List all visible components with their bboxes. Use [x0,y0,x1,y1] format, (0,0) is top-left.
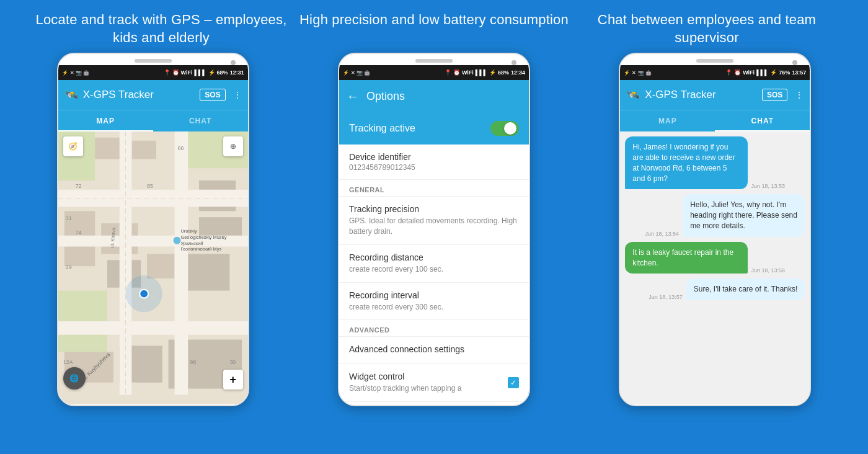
sos-button-3[interactable]: SOS [762,89,787,101]
clock-icon: ⏰ [172,69,179,76]
option-title-interval: Recording interval [349,290,519,300]
layer-button[interactable]: 🌐 [63,367,86,389]
option-title-distance: Recording distance [349,252,519,262]
svg-text:66: 66 [177,145,184,151]
phone-speaker-3 [696,59,733,63]
options-title: Options [366,90,405,103]
usb-icon-3: ⚡ [624,70,630,76]
wifi-icon: WiFi [181,69,193,76]
status-icons-1: ⚡ ✕ 📷 🤖 [62,70,89,76]
panel2-heading: High precision and low battery consumpti… [299,11,569,47]
option-recording-distance[interactable]: Recording distance create record every 1… [339,245,529,283]
signal-icons: ✕ 📷 🤖 [70,70,89,76]
option-subtitle-precision: GPS. Ideal for detailed movements record… [349,216,519,237]
status-bar-2: ⚡ ✕ 📷 🤖 📍 ⏰ WiFi ▌▌▌ ⚡ 68% 12:34 [339,65,529,80]
more-icon-1[interactable]: ⋮ [233,90,242,100]
battery-icon-2: ⚡ [489,69,496,76]
locate-button[interactable]: ⊕ [223,136,243,156]
svg-rect-11 [64,245,95,267]
svg-text:98: 98 [190,359,196,365]
svg-text:72: 72 [75,183,81,189]
option-title-precision: Tracking precision [349,204,519,214]
phone-top-decoration-2 [339,54,529,65]
usb-icon: ⚡ [62,70,68,76]
status-bar-3: ⚡ ✕ 📷 🤖 📍 ⏰ WiFi ▌▌▌ ⚡ 76% 13:57 [620,65,810,80]
phone-camera-3 [792,60,797,65]
option-title-widget: Widget control [349,372,461,381]
signal-bar-3: ▌▌▌ [756,69,768,76]
phone-map: ⚡ ✕ 📷 🤖 📍 ⏰ WiFi ▌▌▌ ⚡ 68% 12:31 🛰️ X-G [57,53,249,406]
status-icons-3: ⚡ ✕ 📷 🤖 [624,70,651,76]
more-icon-3[interactable]: ⋮ [795,90,804,100]
tracking-label: Tracking active [349,123,415,134]
top-bar: Locate and track with GPS – employees, k… [0,0,868,53]
option-widget-control[interactable]: Widget control Start/stop tracking when … [339,364,529,402]
chat-time-2: Jun 18, 13:54 [645,231,680,237]
svg-rect-13 [147,254,174,278]
advanced-section-header: ADVANCED [339,320,529,337]
phone-top-decoration-3 [620,54,810,65]
panel2-wrapper: ⚡ ✕ 📷 🤖 📍 ⏰ WiFi ▌▌▌ ⚡ 68% 12:34 ← Optio… [299,53,568,406]
app-title-1: X-GPS Tracker [83,89,154,101]
sos-button-1[interactable]: SOS [200,89,225,101]
app-header-3: 🛰️ X-GPS Tracker SOS ⋮ [620,80,810,110]
signal-icons-3: ✕ 📷 🤖 [632,70,651,76]
phone-chat: ⚡ ✕ 📷 🤖 📍 ⏰ WiFi ▌▌▌ ⚡ 76% 13:57 🛰️ X-G [619,53,811,406]
phone-camera [231,60,236,65]
option-tracking-precision[interactable]: Tracking precision GPS. Ideal for detail… [339,197,529,245]
toggle-knob [504,122,516,135]
option-subtitle-interval: create record every 300 sec. [349,302,519,313]
svg-text:Уральский: Уральский [180,241,203,246]
device-id-title: Device identifier [349,152,519,162]
tabs-1: MAP CHAT [58,110,248,131]
panel1-heading: Locate and track with GPS – employees, k… [26,11,296,47]
chat-time-3: Jun 18, 13:56 [751,267,786,274]
panel3-heading: Chat between employees and team supervis… [572,11,842,47]
clock-icon-2: ⏰ [453,69,460,76]
chat-body: Hi, James! I wondering if you are able t… [620,131,810,404]
time-2: 12:34 [511,69,525,76]
chat-time-1: Jun 18, 13:53 [751,183,786,189]
device-id-value: 0123456789012345 [349,163,519,172]
svg-rect-5 [131,141,156,159]
tab-map-3[interactable]: MAP [620,110,715,131]
chat-msg-1: Hi, James! I wondering if you are able t… [625,136,805,189]
panel1-wrapper: ⚡ ✕ 📷 🤖 📍 ⏰ WiFi ▌▌▌ ⚡ 68% 12:31 🛰️ X-G [19,53,287,406]
compass-button[interactable]: 🧭 [63,136,83,156]
tabs-3: MAP CHAT [620,110,810,131]
app-header-1: 🛰️ X-GPS Tracker SOS ⋮ [58,80,248,110]
gps-icon-2: 📍 [445,69,451,76]
battery-icon-3: ⚡ [770,69,777,76]
tab-chat-3[interactable]: CHAT [715,110,810,131]
option-advanced-connection[interactable]: Advanced connection settings [339,337,529,364]
battery-pct-2: 68% [498,69,509,76]
option-title-advanced-conn: Advanced connection settings [349,344,519,354]
widget-checkbox[interactable]: ✓ [508,377,519,388]
map-area: ul. Kuybysheva ul. Kirova 72 74 85 31 29… [58,131,248,404]
wifi-icon-2: WiFi [462,69,474,76]
svg-text:74: 74 [75,229,81,236]
svg-text:29: 29 [66,264,72,270]
signal-bar: ▌▌▌ [194,69,206,76]
status-info-3: 📍 ⏰ WiFi ▌▌▌ ⚡ 76% 13:57 [725,69,806,76]
svg-text:31: 31 [66,215,72,221]
chat-msg-2: Hello, Julie! Yes, why not. I'm heading … [625,194,805,236]
tab-map-1[interactable]: MAP [58,110,153,131]
time-3: 13:57 [792,69,806,76]
status-info-1: 📍 ⏰ WiFi ▌▌▌ ⚡ 68% 12:31 [164,69,244,76]
device-id-section: Device identifier 0123456789012345 [339,145,529,180]
tracking-row[interactable]: Tracking active [339,112,529,145]
time-1: 12:31 [230,69,244,76]
satellite-icon-1: 🛰️ [64,88,78,102]
tracking-toggle[interactable] [490,121,519,136]
zoom-plus-button[interactable]: + [223,370,243,389]
svg-text:12A: 12A [63,359,73,365]
signal-bar-2: ▌▌▌ [476,69,487,76]
back-button[interactable]: ← [347,89,359,104]
tab-chat-1[interactable]: CHAT [153,110,248,131]
phone-top-decoration [58,54,248,65]
svg-point-40 [173,237,180,244]
svg-text:Geologicheskiy Muzey: Geologicheskiy Muzey [180,234,226,240]
option-recording-interval[interactable]: Recording interval create record every 3… [339,283,529,321]
gps-icon: 📍 [164,69,170,76]
